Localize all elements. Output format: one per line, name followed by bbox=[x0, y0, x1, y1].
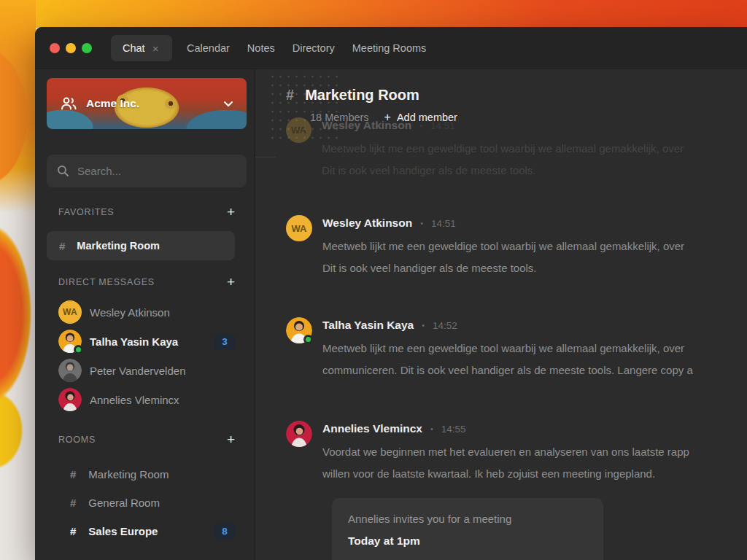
message-author: Talha Yasin Kaya bbox=[322, 319, 414, 332]
sidebar: Acme Inc. FAVORITES + # Marketing Room bbox=[35, 69, 255, 560]
meeting-invite-card[interactable]: Annelies invites you for a meeting Today… bbox=[332, 498, 603, 560]
hash-icon: # bbox=[70, 525, 76, 537]
unread-badge: 8 bbox=[214, 523, 235, 540]
avatar bbox=[58, 388, 82, 411]
online-status-dot bbox=[74, 345, 83, 354]
meeting-time: Today at 1pm bbox=[348, 534, 587, 548]
tab-calendar[interactable]: Calendar bbox=[187, 42, 230, 54]
avatar: WA bbox=[58, 300, 82, 324]
message-line: Dit is ook veel handiger als de meeste t… bbox=[322, 257, 684, 279]
scrolled-message: WA Wesley Atkinson • 14:51 Meetweb lijkt… bbox=[286, 117, 747, 182]
unread-badge: 3 bbox=[214, 333, 235, 350]
members-count[interactable]: 18 Members bbox=[310, 112, 369, 123]
add-favorite-button[interactable]: + bbox=[227, 205, 235, 219]
channel-header: # Marketing Room 18 Members + Add member bbox=[286, 87, 457, 124]
dm-name: Peter Vandervelden bbox=[90, 365, 235, 377]
message-line: Voordat we beginnen met het evalueren en… bbox=[322, 441, 689, 463]
sidebar-item-room-marketing[interactable]: # Marketing Room bbox=[70, 459, 235, 489]
favorite-item-label: Marketing Room bbox=[77, 240, 160, 252]
favorites-title: FAVORITES bbox=[58, 207, 114, 217]
dot-separator: • bbox=[430, 424, 433, 433]
message-time: 14:51 bbox=[431, 218, 456, 229]
avatar bbox=[58, 330, 82, 353]
search-input[interactable] bbox=[77, 165, 236, 177]
message-talha: Talha Yasin Kaya • 14:52 Meetweb lijkt m… bbox=[286, 317, 747, 381]
tab-row: Calendar Notes Directory Meeting Rooms bbox=[187, 27, 426, 69]
avatar bbox=[58, 359, 82, 382]
message-time: 14:52 bbox=[433, 320, 457, 331]
add-dm-button[interactable]: + bbox=[227, 275, 235, 289]
workspace-switcher[interactable]: Acme Inc. bbox=[47, 78, 247, 129]
dm-name: Annelies Vlemincx bbox=[90, 394, 235, 406]
traffic-lights bbox=[50, 43, 92, 53]
sidebar-item-talha-yasin-kaya[interactable]: Talha Yasin Kaya 3 bbox=[58, 327, 235, 356]
add-member-button[interactable]: + Add member bbox=[384, 111, 457, 124]
room-name: General Room bbox=[88, 497, 235, 509]
message-line: Meetweb lijkt me een geweldige tool waar… bbox=[322, 236, 684, 257]
message-line: communiceren. Dit is ook veel handiger a… bbox=[322, 359, 693, 381]
room-name: Sales Europe bbox=[88, 525, 206, 537]
tab-meeting-rooms[interactable]: Meeting Rooms bbox=[352, 42, 427, 54]
tab-notes[interactable]: Notes bbox=[247, 42, 275, 54]
meeting-invite-text: Annelies invites you for a meeting bbox=[348, 513, 587, 525]
hash-icon: # bbox=[286, 87, 294, 104]
close-icon[interactable]: × bbox=[152, 42, 159, 55]
wallpaper-top bbox=[0, 0, 747, 28]
avatar bbox=[286, 421, 312, 447]
dot-separator: • bbox=[422, 321, 425, 330]
message-line: Meetweb lijkt me een geweldige tool waar… bbox=[322, 138, 684, 160]
team-icon bbox=[60, 96, 77, 112]
avatar: WA bbox=[286, 215, 312, 241]
sidebar-item-wesley-atkinson[interactable]: WA Wesley Atkinson bbox=[58, 298, 235, 327]
hash-icon: # bbox=[59, 240, 65, 252]
close-window-button[interactable] bbox=[50, 43, 60, 53]
room-name: Marketing Room bbox=[88, 468, 235, 481]
online-status-dot bbox=[303, 335, 313, 344]
message-annelies: Annelies Vlemincx • 14:55 Voordat we beg… bbox=[286, 421, 747, 485]
tab-chat-label: Chat bbox=[123, 42, 145, 54]
sidebar-item-marketing-room-favorite[interactable]: # Marketing Room bbox=[47, 231, 235, 260]
search-box[interactable] bbox=[47, 155, 247, 187]
message-author: Wesley Atkinson bbox=[322, 217, 412, 230]
rooms-section-header: ROOMS + bbox=[58, 432, 235, 446]
message-author: Annelies Vlemincx bbox=[322, 422, 422, 435]
sidebar-item-annelies-vlemincx[interactable]: Annelies Vlemincx bbox=[58, 385, 235, 414]
dm-name: Wesley Atkinson bbox=[90, 306, 235, 319]
zoom-window-button[interactable] bbox=[82, 43, 92, 53]
message-line: Dit is ook veel handiger als de meeste t… bbox=[322, 160, 684, 182]
rooms-title: ROOMS bbox=[58, 435, 96, 445]
add-member-label: Add member bbox=[397, 112, 457, 123]
titlebar: Chat × Calendar Notes Directory Meeting … bbox=[35, 27, 747, 69]
sidebar-item-peter-vandervelden[interactable]: Peter Vandervelden bbox=[58, 356, 235, 385]
message-wesley: WA Wesley Atkinson • 14:51 Meetweb lijkt… bbox=[286, 215, 747, 279]
sidebar-item-room-general[interactable]: # General Room bbox=[70, 488, 235, 517]
tab-chat[interactable]: Chat × bbox=[111, 35, 172, 61]
plus-icon: + bbox=[384, 111, 391, 124]
hash-icon: # bbox=[70, 497, 76, 509]
avatar bbox=[286, 317, 312, 343]
tab-directory[interactable]: Directory bbox=[293, 42, 335, 54]
dot-separator: • bbox=[420, 219, 423, 228]
app-window: Chat × Calendar Notes Directory Meeting … bbox=[35, 27, 747, 560]
dm-section-header: DIRECT MESSAGES + bbox=[58, 275, 235, 289]
hash-icon: # bbox=[70, 468, 76, 481]
dm-title: DIRECT MESSAGES bbox=[58, 277, 155, 287]
sidebar-item-room-sales-europe[interactable]: # Sales Europe 8 bbox=[70, 516, 235, 545]
minimize-window-button[interactable] bbox=[66, 43, 76, 53]
favorites-section-header: FAVORITES + bbox=[58, 205, 235, 219]
divider bbox=[255, 157, 276, 158]
add-room-button[interactable]: + bbox=[227, 432, 235, 446]
wallpaper-left bbox=[0, 0, 36, 560]
channel-title: Marketing Room bbox=[305, 87, 419, 104]
workspace-name: Acme Inc. bbox=[86, 97, 214, 110]
chat-panel: WA Wesley Atkinson • 14:51 Meetweb lijkt… bbox=[255, 69, 747, 560]
message-line: Meetweb lijkt me een geweldige tool waar… bbox=[322, 338, 693, 359]
message-time: 14:55 bbox=[441, 424, 466, 435]
search-icon bbox=[57, 165, 69, 177]
message-line: willen voor de laatste kwartaal. Ik heb … bbox=[322, 463, 689, 485]
dm-name: Talha Yasin Kaya bbox=[90, 335, 206, 348]
chevron-down-icon bbox=[223, 101, 233, 107]
